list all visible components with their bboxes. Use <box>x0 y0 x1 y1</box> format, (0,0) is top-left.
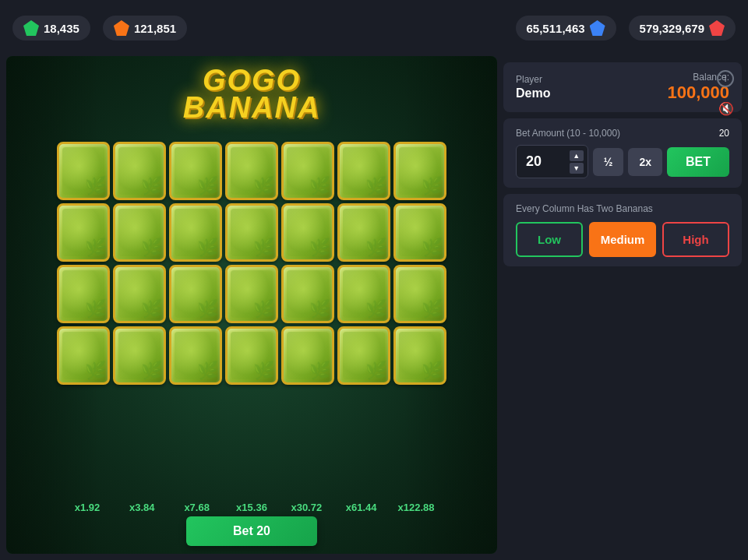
gem-orange-icon <box>114 20 129 36</box>
gem-red-icon <box>709 20 725 36</box>
main-layout: GOGO BANANA x1.92x3.84x7.68x15.36x30.72x… <box>0 56 748 560</box>
grid-cell[interactable] <box>281 203 334 262</box>
player-info-row: Player Demo Balance: 100,000 <box>516 72 729 103</box>
grid-cell[interactable] <box>393 326 446 385</box>
bet-input-wrapper: ▲ ▼ <box>516 145 588 178</box>
multiplier-label: x122.88 <box>390 502 443 513</box>
difficulty-high-button[interactable]: High <box>662 222 729 257</box>
currency-badge-3[interactable]: 65,511,463 <box>516 16 616 41</box>
grid-cell[interactable] <box>169 265 222 323</box>
info-icon-button[interactable]: i <box>717 70 734 87</box>
gem-green-icon <box>23 20 39 36</box>
grid-cell[interactable] <box>337 265 390 323</box>
difficulty-card: Every Column Has Two Bananas Low Medium … <box>503 194 742 266</box>
bet-amount-card: Bet Amount (10 - 10,000) 20 ▲ ▼ ½ 2x BET <box>503 118 742 188</box>
currency-badge-1[interactable]: 18,435 <box>12 16 90 41</box>
bet-action-button[interactable]: BET <box>667 147 729 177</box>
bet-controls: ▲ ▼ ½ 2x BET <box>516 145 729 178</box>
grid-cell[interactable] <box>169 326 222 385</box>
currency-1-amount: 18,435 <box>44 22 79 35</box>
multiplier-label: x15.36 <box>225 502 278 513</box>
bet-decrement-button[interactable]: ▼ <box>570 163 584 174</box>
grid-cell[interactable] <box>225 142 278 200</box>
difficulty-medium-button[interactable]: Medium <box>589 222 656 257</box>
player-info-card: i Player Demo Balance: 100,000 🔇 <box>503 62 742 112</box>
player-name: Demo <box>516 86 550 100</box>
difficulty-label: Every Column Has Two Bananas <box>516 203 729 214</box>
grid-cell[interactable] <box>337 326 390 385</box>
difficulty-low-button[interactable]: Low <box>516 222 583 257</box>
bet-current-display: 20 <box>719 128 729 139</box>
bet-spinners: ▲ ▼ <box>570 150 584 174</box>
grid-cell[interactable] <box>393 265 446 323</box>
grid-cell[interactable] <box>225 326 278 385</box>
grid-cell[interactable] <box>169 203 222 262</box>
grid-cell[interactable] <box>337 142 390 200</box>
grid-cell[interactable] <box>113 326 166 385</box>
mute-icon: 🔇 <box>718 102 734 115</box>
game-bet-button[interactable]: Bet 20 <box>186 516 317 546</box>
game-logo: GOGO BANANA <box>183 64 321 125</box>
grid-cell[interactable] <box>337 203 390 262</box>
bet-button-container: Bet 20 <box>186 516 317 546</box>
difficulty-buttons: Low Medium High <box>516 222 729 257</box>
multipliers-row: x1.92x3.84x7.68x15.36x30.72x61.44x122.88 <box>61 502 443 513</box>
bet-label-row: Bet Amount (10 - 10,000) 20 <box>516 128 729 139</box>
gem-blue-icon <box>590 20 605 36</box>
player-section: Player Demo <box>516 74 550 100</box>
game-grid <box>57 142 446 385</box>
top-bar: 18,435 121,851 65,511,463 579,329,679 <box>0 0 748 56</box>
grid-cell[interactable] <box>281 265 334 323</box>
multiplier-label: x1.92 <box>61 502 114 513</box>
currency-2-amount: 121,851 <box>134 22 176 35</box>
multiplier-label: x30.72 <box>280 502 333 513</box>
bet-amount-label: Bet Amount (10 - 10,000) <box>516 128 620 139</box>
currency-badge-2[interactable]: 121,851 <box>103 16 187 41</box>
multiplier-label: x3.84 <box>115 502 168 513</box>
currency-3-amount: 65,511,463 <box>527 22 585 35</box>
grid-cell[interactable] <box>225 203 278 262</box>
currency-4-amount: 579,329,679 <box>640 22 704 35</box>
grid-cell[interactable] <box>113 142 166 200</box>
grid-cell[interactable] <box>393 203 446 262</box>
grid-cell[interactable] <box>113 203 166 262</box>
top-bar-right: 65,511,463 579,329,679 <box>516 16 736 41</box>
grid-cell[interactable] <box>57 265 110 323</box>
double-bet-button[interactable]: 2x <box>628 148 662 176</box>
multiplier-label: x7.68 <box>171 502 224 513</box>
game-panel: GOGO BANANA x1.92x3.84x7.68x15.36x30.72x… <box>6 56 497 554</box>
right-panel: i Player Demo Balance: 100,000 🔇 Bet Amo… <box>497 56 748 560</box>
grid-cell[interactable] <box>57 203 110 262</box>
grid-cell[interactable] <box>281 326 334 385</box>
player-label: Player <box>516 74 550 85</box>
grid-cell[interactable] <box>113 265 166 323</box>
sound-icon-button[interactable]: 🔇 <box>718 101 734 116</box>
logo-banana-text: BANANA <box>183 91 321 125</box>
grid-cell[interactable] <box>225 265 278 323</box>
grid-cell[interactable] <box>57 142 110 200</box>
grid-cell[interactable] <box>57 326 110 385</box>
multiplier-label: x61.44 <box>335 502 388 513</box>
half-bet-button[interactable]: ½ <box>593 148 624 176</box>
grid-cell[interactable] <box>169 142 222 200</box>
currency-badge-4[interactable]: 579,329,679 <box>629 16 736 41</box>
top-bar-left: 18,435 121,851 <box>12 16 187 41</box>
bet-increment-button[interactable]: ▲ <box>570 150 584 161</box>
grid-cell[interactable] <box>393 142 446 200</box>
grid-cell[interactable] <box>281 142 334 200</box>
